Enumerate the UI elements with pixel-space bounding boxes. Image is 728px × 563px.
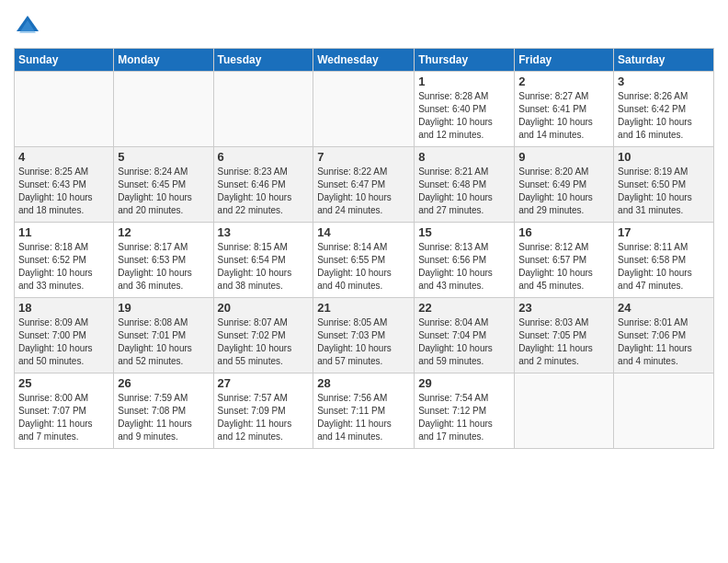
day-number: 25 (18, 376, 109, 390)
day-info: Sunrise: 8:19 AM Sunset: 6:50 PM Dayligh… (618, 166, 710, 217)
day-info: Sunrise: 8:07 AM Sunset: 7:02 PM Dayligh… (218, 316, 310, 368)
calendar-cell: 22Sunrise: 8:04 AM Sunset: 7:04 PM Dayli… (415, 298, 515, 373)
day-number: 10 (618, 150, 710, 164)
day-number: 19 (118, 301, 209, 315)
day-number: 23 (518, 301, 609, 315)
day-info: Sunrise: 8:25 AM Sunset: 6:43 PM Dayligh… (18, 166, 109, 217)
weekday-header-wednesday: Wednesday (313, 49, 415, 72)
calendar-cell: 25Sunrise: 8:00 AM Sunset: 7:07 PM Dayli… (15, 373, 114, 449)
calendar-week-3: 11Sunrise: 8:18 AM Sunset: 6:52 PM Dayli… (15, 223, 714, 298)
calendar-cell: 20Sunrise: 8:07 AM Sunset: 7:02 PM Dayli… (213, 298, 313, 373)
day-info: Sunrise: 8:05 AM Sunset: 7:03 PM Dayligh… (317, 316, 410, 368)
calendar-cell: 17Sunrise: 8:11 AM Sunset: 6:58 PM Dayli… (614, 223, 714, 298)
calendar-cell: 16Sunrise: 8:12 AM Sunset: 6:57 PM Dayli… (515, 223, 614, 298)
calendar-cell: 21Sunrise: 8:05 AM Sunset: 7:03 PM Dayli… (313, 298, 415, 373)
day-info: Sunrise: 8:24 AM Sunset: 6:45 PM Dayligh… (118, 166, 209, 217)
calendar-cell (614, 373, 714, 449)
day-number: 5 (118, 150, 209, 164)
calendar-cell: 6Sunrise: 8:23 AM Sunset: 6:46 PM Daylig… (213, 147, 313, 223)
day-number: 29 (418, 376, 510, 390)
day-number: 18 (18, 301, 109, 315)
calendar-week-2: 4Sunrise: 8:25 AM Sunset: 6:43 PM Daylig… (15, 147, 714, 223)
day-number: 4 (18, 150, 109, 164)
logo-icon (14, 13, 41, 40)
weekday-header-thursday: Thursday (415, 49, 515, 72)
calendar-cell: 5Sunrise: 8:24 AM Sunset: 6:45 PM Daylig… (114, 147, 213, 223)
day-number: 6 (218, 150, 310, 164)
day-info: Sunrise: 8:01 AM Sunset: 7:06 PM Dayligh… (618, 316, 710, 368)
day-info: Sunrise: 8:00 AM Sunset: 7:07 PM Dayligh… (18, 392, 109, 443)
weekday-header-saturday: Saturday (614, 49, 714, 72)
day-info: Sunrise: 8:04 AM Sunset: 7:04 PM Dayligh… (418, 316, 510, 368)
calendar-cell: 9Sunrise: 8:20 AM Sunset: 6:49 PM Daylig… (515, 147, 614, 223)
calendar-cell: 2Sunrise: 8:27 AM Sunset: 6:41 PM Daylig… (515, 72, 614, 147)
calendar-cell: 23Sunrise: 8:03 AM Sunset: 7:05 PM Dayli… (515, 298, 614, 373)
calendar-cell (313, 72, 415, 147)
day-info: Sunrise: 8:18 AM Sunset: 6:52 PM Dayligh… (18, 241, 109, 293)
calendar-cell: 12Sunrise: 8:17 AM Sunset: 6:53 PM Dayli… (114, 223, 213, 298)
calendar-cell: 14Sunrise: 8:14 AM Sunset: 6:55 PM Dayli… (313, 223, 415, 298)
weekday-header-monday: Monday (114, 49, 213, 72)
calendar-cell: 13Sunrise: 8:15 AM Sunset: 6:54 PM Dayli… (213, 223, 313, 298)
day-info: Sunrise: 7:59 AM Sunset: 7:08 PM Dayligh… (118, 392, 209, 443)
logo (14, 13, 45, 40)
calendar-cell: 11Sunrise: 8:18 AM Sunset: 6:52 PM Dayli… (15, 223, 114, 298)
day-number: 20 (218, 301, 310, 315)
day-info: Sunrise: 8:22 AM Sunset: 6:47 PM Dayligh… (317, 166, 410, 217)
calendar-cell: 26Sunrise: 7:59 AM Sunset: 7:08 PM Dayli… (114, 373, 213, 449)
day-info: Sunrise: 8:13 AM Sunset: 6:56 PM Dayligh… (418, 241, 510, 293)
calendar-week-5: 25Sunrise: 8:00 AM Sunset: 7:07 PM Dayli… (15, 373, 714, 449)
calendar-cell (114, 72, 213, 147)
day-number: 27 (218, 376, 310, 390)
calendar-cell: 19Sunrise: 8:08 AM Sunset: 7:01 PM Dayli… (114, 298, 213, 373)
day-number: 22 (418, 301, 510, 315)
calendar-cell: 18Sunrise: 8:09 AM Sunset: 7:00 PM Dayli… (15, 298, 114, 373)
day-info: Sunrise: 7:54 AM Sunset: 7:12 PM Dayligh… (418, 392, 510, 443)
calendar-cell: 8Sunrise: 8:21 AM Sunset: 6:48 PM Daylig… (415, 147, 515, 223)
day-info: Sunrise: 8:09 AM Sunset: 7:00 PM Dayligh… (18, 316, 109, 368)
day-number: 1 (418, 75, 510, 88)
day-info: Sunrise: 8:28 AM Sunset: 6:40 PM Dayligh… (418, 90, 510, 142)
day-number: 9 (518, 150, 609, 164)
calendar-cell (15, 72, 114, 147)
calendar-cell: 28Sunrise: 7:56 AM Sunset: 7:11 PM Dayli… (313, 373, 415, 449)
day-number: 13 (218, 225, 310, 239)
day-number: 14 (317, 225, 410, 239)
calendar-cell: 15Sunrise: 8:13 AM Sunset: 6:56 PM Dayli… (415, 223, 515, 298)
calendar-cell: 10Sunrise: 8:19 AM Sunset: 6:50 PM Dayli… (614, 147, 714, 223)
calendar-cell (515, 373, 614, 449)
calendar-cell: 27Sunrise: 7:57 AM Sunset: 7:09 PM Dayli… (213, 373, 313, 449)
day-info: Sunrise: 8:27 AM Sunset: 6:41 PM Dayligh… (518, 90, 609, 142)
day-info: Sunrise: 8:20 AM Sunset: 6:49 PM Dayligh… (518, 166, 609, 217)
day-info: Sunrise: 7:56 AM Sunset: 7:11 PM Dayligh… (317, 392, 410, 443)
day-info: Sunrise: 8:03 AM Sunset: 7:05 PM Dayligh… (518, 316, 609, 368)
day-info: Sunrise: 8:08 AM Sunset: 7:01 PM Dayligh… (118, 316, 209, 368)
day-info: Sunrise: 8:26 AM Sunset: 6:42 PM Dayligh… (618, 90, 710, 142)
day-info: Sunrise: 8:23 AM Sunset: 6:46 PM Dayligh… (218, 166, 310, 217)
day-number: 16 (518, 225, 609, 239)
calendar-week-4: 18Sunrise: 8:09 AM Sunset: 7:00 PM Dayli… (15, 298, 714, 373)
day-number: 12 (118, 225, 209, 239)
calendar-week-1: 1Sunrise: 8:28 AM Sunset: 6:40 PM Daylig… (15, 72, 714, 147)
day-number: 3 (618, 75, 710, 88)
day-info: Sunrise: 7:57 AM Sunset: 7:09 PM Dayligh… (218, 392, 310, 443)
day-info: Sunrise: 8:12 AM Sunset: 6:57 PM Dayligh… (518, 241, 609, 293)
weekday-header-row: SundayMondayTuesdayWednesdayThursdayFrid… (15, 49, 714, 72)
day-number: 8 (418, 150, 510, 164)
day-info: Sunrise: 8:11 AM Sunset: 6:58 PM Dayligh… (618, 241, 710, 293)
day-number: 24 (618, 301, 710, 315)
calendar-cell: 1Sunrise: 8:28 AM Sunset: 6:40 PM Daylig… (415, 72, 515, 147)
day-number: 26 (118, 376, 209, 390)
calendar-table: SundayMondayTuesdayWednesdayThursdayFrid… (14, 48, 714, 449)
day-number: 17 (618, 225, 710, 239)
weekday-header-sunday: Sunday (15, 49, 114, 72)
page: SundayMondayTuesdayWednesdayThursdayFrid… (0, 0, 728, 563)
day-number: 15 (418, 225, 510, 239)
day-info: Sunrise: 8:14 AM Sunset: 6:55 PM Dayligh… (317, 241, 410, 293)
day-info: Sunrise: 8:17 AM Sunset: 6:53 PM Dayligh… (118, 241, 209, 293)
calendar-cell: 7Sunrise: 8:22 AM Sunset: 6:47 PM Daylig… (313, 147, 415, 223)
calendar-cell: 3Sunrise: 8:26 AM Sunset: 6:42 PM Daylig… (614, 72, 714, 147)
weekday-header-tuesday: Tuesday (213, 49, 313, 72)
day-info: Sunrise: 8:15 AM Sunset: 6:54 PM Dayligh… (218, 241, 310, 293)
header (14, 9, 714, 40)
